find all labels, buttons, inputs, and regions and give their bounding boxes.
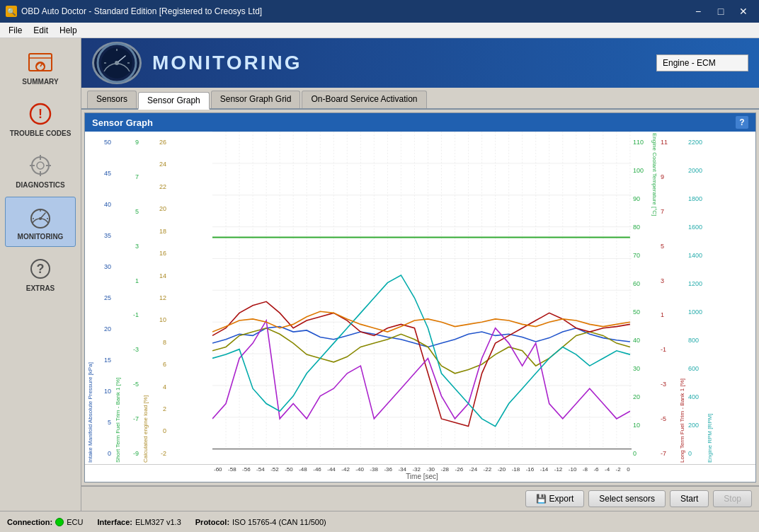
tab-sensors[interactable]: Sensors xyxy=(87,91,137,108)
titlebar: 🔍 OBD Auto Doctor - Standard Edition [Re… xyxy=(0,0,759,23)
close-button[interactable]: ✕ xyxy=(734,4,753,18)
export-button[interactable]: 💾 Export xyxy=(525,490,585,507)
svg-text:?: ? xyxy=(37,262,45,276)
tab-sensor-graph-grid[interactable]: Sensor Graph Grid xyxy=(211,91,301,108)
tab-on-board[interactable]: On-Board Service Activation xyxy=(302,91,426,108)
svg-text:!: ! xyxy=(38,107,42,121)
tabs-bar: Sensors Sensor Graph Sensor Graph Grid O… xyxy=(81,88,759,110)
svg-point-14 xyxy=(39,217,42,220)
main-layout: SUMMARY ! TROUBLE CODES xyxy=(0,38,759,511)
sidebar-item-extras[interactable]: ? EXTRAS xyxy=(5,248,76,299)
trouble-codes-icon: ! xyxy=(26,100,55,128)
y-axes-right: 1101009080706050403020100 Engine Coolant… xyxy=(632,132,755,464)
sidebar-extras-label: EXTRAS xyxy=(26,284,55,292)
y-axis-load: 26242220181614121086420-2 xyxy=(150,132,168,464)
y-axis-rpm: 2200200018001600140012001000800600400200… xyxy=(687,132,704,464)
ecm-select[interactable]: Engine - ECM Transmission ABS Airbag xyxy=(656,54,748,71)
protocol-value: ISO 15765-4 (CAN 11/500) xyxy=(232,518,326,526)
status-interface: Interface: ELM327 v1.3 xyxy=(97,518,181,526)
window-title: OBD Auto Doctor - Standard Edition [Regi… xyxy=(21,6,262,16)
stop-label: Stop xyxy=(724,494,741,504)
app-icon: 🔍 xyxy=(6,6,17,17)
y-axis-stft: 97531-1-3-5-7-9 xyxy=(122,132,140,464)
y-axis-label-intake: Intake Manifold Absolute Pressure [kPa] xyxy=(85,132,95,464)
bottom-toolbar: 💾 Export Select sensors Start Stop xyxy=(81,485,759,511)
y-axis-label-stft: Short Term Fuel Trim - Bank 1 [%] xyxy=(113,132,122,464)
svg-rect-27 xyxy=(212,132,632,464)
sidebar-diagnostics-label: DIAGNOSTICS xyxy=(16,181,64,189)
diagnostics-icon xyxy=(26,151,55,180)
y-axis-intake: 50454035302520151050 xyxy=(95,132,113,464)
graph-help-button[interactable]: ? xyxy=(736,116,748,129)
sidebar-item-summary[interactable]: SUMMARY xyxy=(5,42,76,92)
sidebar-summary-label: SUMMARY xyxy=(22,78,58,86)
export-label: Export xyxy=(549,494,574,504)
export-icon: 💾 xyxy=(536,494,547,504)
menu-file[interactable]: File xyxy=(3,24,28,37)
titlebar-left: 🔍 OBD Auto Doctor - Standard Edition [Re… xyxy=(6,6,262,17)
stop-button[interactable]: Stop xyxy=(713,490,752,507)
sidebar-item-trouble-codes[interactable]: ! TROUBLE CODES xyxy=(5,93,76,144)
monitoring-icon xyxy=(26,203,55,231)
header-title: MONITORING xyxy=(152,52,302,74)
content-area: MONITORING Engine - ECM Transmission ABS… xyxy=(81,38,759,511)
y-axis-coolant: 1101009080706050403020100 xyxy=(632,132,649,464)
header-gauge-icon xyxy=(92,42,142,84)
summary-icon xyxy=(26,48,55,76)
interface-label: Interface: xyxy=(97,518,132,526)
menu-help[interactable]: Help xyxy=(54,24,83,37)
y-axis-label-coolant: Engine Coolant Temperature [°C] xyxy=(649,132,659,464)
svg-point-7 xyxy=(37,162,44,169)
y-axis-label-ltft: Long Term Fuel Trim - Bank 1 [%] xyxy=(677,132,687,464)
status-connection: Connection: ECU xyxy=(7,518,83,526)
svg-point-23 xyxy=(115,61,119,65)
header-banner: MONITORING Engine - ECM Transmission ABS… xyxy=(81,38,759,88)
tab-sensor-graph[interactable]: Sensor Graph xyxy=(138,92,210,110)
time-axis: -60-58-56-54-52-50-48-46-44-42-40-38-36-… xyxy=(85,464,755,482)
protocol-label: Protocol: xyxy=(195,518,229,526)
graph-container: Sensor Graph ? Intake Manifold Absolute … xyxy=(84,112,756,482)
y-axis-label-load: Calculated engine load [%] xyxy=(140,132,150,464)
status-protocol: Protocol: ISO 15765-4 (CAN 11/500) xyxy=(195,518,326,526)
start-label: Start xyxy=(680,494,698,504)
sidebar-trouble-label: TROUBLE CODES xyxy=(10,129,72,137)
statusbar: Connection: ECU Interface: ELM327 v1.3 P… xyxy=(0,511,759,532)
select-sensors-button[interactable]: Select sensors xyxy=(588,490,666,507)
select-sensors-label: Select sensors xyxy=(599,494,655,504)
sidebar-item-diagnostics[interactable]: DIAGNOSTICS xyxy=(5,145,76,195)
connection-value: ECU xyxy=(67,518,83,526)
chart-svg xyxy=(212,132,632,464)
titlebar-controls[interactable]: − □ ✕ xyxy=(688,4,753,18)
time-axis-label: Time [sec] xyxy=(212,473,632,482)
sidebar-monitoring-label: MONITORING xyxy=(18,233,64,241)
extras-icon: ? xyxy=(26,255,55,283)
sidebar: SUMMARY ! TROUBLE CODES xyxy=(0,38,81,511)
y-axis-ltft: 1197531-1-3-5-7 xyxy=(659,132,677,464)
connection-led xyxy=(55,518,64,526)
connection-label: Connection: xyxy=(7,518,52,526)
maximize-button[interactable]: □ xyxy=(711,4,731,18)
header-dropdown[interactable]: Engine - ECM Transmission ABS Airbag xyxy=(656,54,748,71)
start-button[interactable]: Start xyxy=(670,490,709,507)
y-axes-left: Intake Manifold Absolute Pressure [kPa] … xyxy=(85,132,212,464)
interface-value: ELM327 v1.3 xyxy=(135,518,181,526)
graph-area: Intake Manifold Absolute Pressure [kPa] … xyxy=(85,132,755,464)
graph-title: Sensor Graph xyxy=(92,117,153,128)
menu-edit[interactable]: Edit xyxy=(28,24,54,37)
y-axis-label-rpm: Engine RPM [RPM] xyxy=(704,132,714,464)
menubar: File Edit Help xyxy=(0,23,759,38)
sidebar-item-monitoring[interactable]: MONITORING xyxy=(5,197,76,247)
graph-header: Sensor Graph ? xyxy=(85,113,755,132)
minimize-button[interactable]: − xyxy=(688,4,708,18)
